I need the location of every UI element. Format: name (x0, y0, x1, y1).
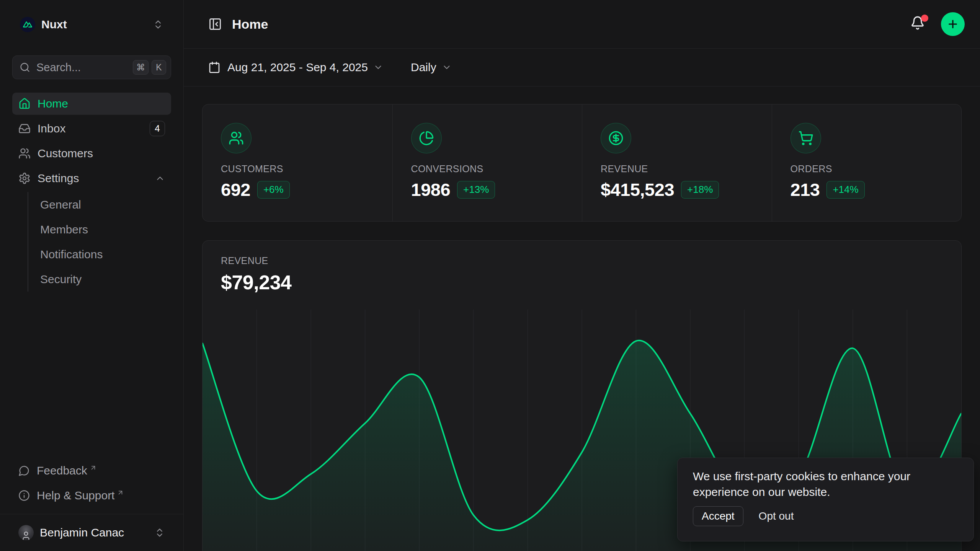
panel-left-close-icon[interactable] (208, 17, 222, 31)
sidebar-spacer (12, 292, 171, 460)
stat-label: CONVERSIONS (411, 163, 564, 174)
circle-dollar-icon (608, 130, 624, 146)
person-icon (21, 530, 31, 540)
avatar (18, 525, 34, 540)
stat-label: ORDERS (791, 163, 943, 174)
house-icon (18, 98, 31, 110)
stat-icon-badge (601, 123, 631, 153)
stat-delta-badge: +18% (681, 181, 719, 199)
filters-toolbar: Aug 21, 2025 - Sep 4, 2025 Daily (184, 49, 980, 86)
page-header: Home (184, 0, 980, 49)
workspace-name: Nuxt (41, 18, 67, 31)
stat-card-customers[interactable]: CUSTOMERS 692 +6% (203, 104, 392, 221)
search-icon (20, 62, 30, 73)
stat-card-revenue[interactable]: REVENUE $415,523 +18% (582, 104, 772, 221)
users-icon (18, 147, 31, 160)
user-menu[interactable]: Benjamin Canac (0, 514, 183, 551)
stat-card-conversions[interactable]: CONVERSIONS 1986 +13% (392, 104, 582, 221)
stat-icon-badge (411, 123, 442, 153)
user-name: Benjamin Canac (40, 526, 124, 539)
accept-button[interactable]: Accept (693, 506, 743, 526)
sidebar-item-home[interactable]: Home (12, 93, 171, 115)
workspace-switcher[interactable]: Nuxt (12, 0, 171, 49)
notifications-button[interactable] (910, 16, 927, 33)
stat-icon-badge (791, 123, 821, 153)
plus-icon (947, 18, 959, 30)
sidebar-subitem-notifications[interactable]: Notifications (28, 242, 171, 267)
kbd-cmd: ⌘ (133, 60, 149, 75)
stat-value: $415,523 (601, 179, 674, 200)
stat-delta-badge: +6% (257, 181, 290, 199)
sidebar-subitem-general[interactable]: General (28, 192, 171, 217)
info-icon (18, 490, 30, 501)
sidebar-nav: Home Inbox 4 Customers Settings General … (12, 93, 171, 292)
message-circle-icon (18, 465, 30, 476)
cookie-message: We use first-party cookies to enhance yo… (693, 468, 958, 500)
period-select[interactable]: Daily (411, 61, 452, 74)
sidebar-item-help-support[interactable]: Help & Support (12, 484, 171, 507)
revenue-chart-label: REVENUE (221, 255, 943, 266)
pie-chart-icon (419, 130, 434, 146)
sidebar-subitem-security[interactable]: Security (28, 267, 171, 292)
sidebar-footer-nav: Feedback Help & Support (12, 460, 171, 507)
users-icon (229, 130, 244, 146)
stat-value: 1986 (411, 179, 451, 200)
stat-card-orders[interactable]: ORDERS 213 +14% (772, 104, 962, 221)
sidebar-item-label: Settings (38, 172, 79, 185)
sidebar-subitem-members[interactable]: Members (28, 217, 171, 242)
sidebar-item-label: Help & Support (37, 489, 114, 502)
arrow-up-right-icon (117, 489, 124, 496)
chevron-up-icon (155, 173, 165, 183)
date-range-value: Aug 21, 2025 - Sep 4, 2025 (227, 61, 368, 74)
search-input[interactable]: Search... ⌘ K (12, 55, 171, 79)
sidebar-item-label: Inbox (38, 122, 65, 135)
chevron-down-icon (442, 62, 452, 72)
sidebar-item-label: Home (38, 97, 68, 110)
search-placeholder: Search... (36, 61, 81, 74)
sidebar: Nuxt Search... ⌘ K Home Inbox 4 Customer… (0, 0, 184, 551)
sidebar-item-label: Feedback (37, 464, 87, 477)
stat-label: CUSTOMERS (221, 163, 374, 174)
stats-card-group: CUSTOMERS 692 +6% CONVERSIONS 1986 +13% (202, 104, 962, 222)
inbox-count-badge: 4 (150, 121, 165, 136)
stat-delta-badge: +13% (457, 181, 495, 199)
shopping-cart-icon (798, 130, 813, 146)
stat-value: 213 (791, 179, 820, 200)
nuxt-logo-icon (20, 17, 35, 32)
sidebar-item-feedback[interactable]: Feedback (12, 460, 171, 482)
header-actions (910, 12, 965, 36)
stat-delta-badge: +14% (826, 181, 864, 199)
inbox-icon (18, 122, 31, 135)
period-value: Daily (411, 61, 436, 74)
sidebar-item-customers[interactable]: Customers (12, 142, 171, 165)
cookie-actions: Accept Opt out (693, 506, 958, 526)
arrow-up-right-icon (90, 464, 97, 471)
stat-icon-badge (221, 123, 252, 153)
chevrons-up-down-icon (153, 19, 163, 30)
calendar-icon (208, 61, 220, 73)
chevron-down-icon (373, 62, 383, 72)
add-button[interactable] (941, 12, 965, 36)
cookie-banner: We use first-party cookies to enhance yo… (677, 458, 974, 541)
kbd-k: K (152, 60, 166, 75)
stat-value: 692 (221, 179, 250, 200)
sidebar-item-label: Customers (38, 147, 93, 160)
opt-out-button[interactable]: Opt out (759, 510, 794, 522)
sidebar-item-inbox[interactable]: Inbox 4 (12, 117, 171, 140)
sidebar-item-settings[interactable]: Settings (12, 167, 171, 189)
date-range-picker[interactable]: Aug 21, 2025 - Sep 4, 2025 (208, 61, 383, 74)
settings-subnav: General Members Notifications Security (28, 192, 171, 292)
page-title: Home (232, 17, 268, 32)
notification-dot (921, 15, 928, 22)
revenue-chart-value: $79,234 (221, 271, 943, 294)
gear-icon (18, 172, 31, 184)
chevrons-up-down-icon (154, 527, 165, 538)
stat-label: REVENUE (601, 163, 753, 174)
search-shortcut: ⌘ K (133, 60, 166, 75)
